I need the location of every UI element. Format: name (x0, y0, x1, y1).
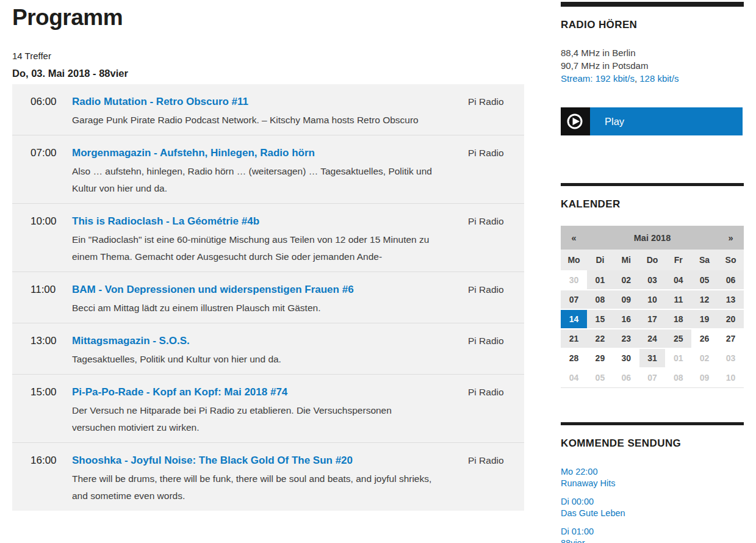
calendar-day[interactable]: 11 (665, 290, 691, 309)
calendar-day[interactable]: 19 (691, 309, 718, 329)
calendar-day[interactable]: 23 (613, 329, 639, 348)
entry-time: 13:00 (31, 334, 72, 368)
stream-link-192[interactable]: Stream: 192 kbit/s (561, 73, 635, 84)
entry-time: 16:00 (31, 453, 72, 505)
entry-body: Morgenmagazin - Aufstehn, Hinlegen, Radi… (72, 146, 433, 197)
entry-time: 07:00 (31, 146, 72, 197)
calendar-day[interactable]: 21 (561, 329, 587, 348)
calendar-week-row: 04050607080910 (561, 368, 744, 387)
entry-title-link[interactable]: Morgenmagazin - Aufstehn, Hinlegen, Radi… (72, 146, 315, 160)
calendar-day[interactable]: 18 (665, 309, 691, 329)
section-divider (561, 183, 744, 186)
calendar-day[interactable]: 10 (639, 290, 666, 309)
calendar-day[interactable]: 28 (561, 348, 587, 368)
calendar-day: 10 (718, 368, 744, 387)
calendar-day[interactable]: 27 (718, 329, 744, 348)
calendar-next-button[interactable]: » (718, 226, 744, 250)
entry-time: 10:00 (31, 214, 72, 265)
entry-title-link[interactable]: Pi-Pa-Po-Rade - Kopf an Kopf: Mai 2018 #… (72, 385, 287, 400)
sidebar-top-divider (561, 2, 744, 7)
upcoming-heading: KOMMENDE SENDUNG (561, 437, 744, 450)
entry-body: Shooshka - Joyful Noise: The Black Gold … (72, 453, 433, 505)
entry-description: Garage Punk Pirate Radio Podcast Network… (72, 112, 433, 129)
calendar-day[interactable]: 15 (587, 309, 613, 329)
calendar-day-name: Di (587, 250, 613, 270)
entry-title-link[interactable]: Radio Mutation - Retro Obscuro #11 (72, 95, 248, 109)
calendar-table: « Mai 2018 » MoDiMiDoFrSaSo 300102030405… (561, 226, 744, 388)
calendar-day-name: Mi (613, 250, 639, 270)
upcoming-show-link[interactable]: Di 00:00Das Gute Leben (561, 497, 744, 519)
calendar-nav-row: « Mai 2018 » (561, 226, 744, 250)
entry-title-link[interactable]: Mittagsmagazin - S.O.S. (72, 334, 190, 348)
program-entry: 06:00Radio Mutation - Retro Obscuro #11G… (12, 84, 524, 135)
program-entry: 16:00Shooshka - Joyful Noise: The Black … (12, 443, 524, 511)
entry-station: Pi Radio (468, 334, 506, 368)
entry-body: This is Radioclash - La Géométrie #4bEin… (72, 214, 433, 265)
calendar-day: 07 (639, 368, 666, 387)
play-button[interactable]: Play (561, 107, 743, 135)
calendar-day-name: So (718, 250, 744, 270)
calendar-prev-button[interactable]: « (561, 226, 587, 250)
calendar-day[interactable]: 02 (613, 270, 639, 290)
frequency-potsdam: 90,7 MHz in Potsdam (561, 59, 744, 72)
calendar-section: KALENDER « Mai 2018 » MoDiMiDoFrSaSo 300… (561, 198, 744, 388)
program-entry: 07:00Morgenmagazin - Aufstehn, Hinlegen,… (12, 135, 524, 204)
calendar-day[interactable]: 20 (718, 309, 744, 329)
entry-description: Tagesaktuelles, Politik und Kultur von h… (72, 351, 433, 368)
entry-description: Der Versuch ne Hitparade bei Pi Radio zu… (72, 402, 433, 436)
radio-listen-section: RADIO HÖREN 88,4 MHz in Berlin 90,7 MHz … (561, 19, 744, 135)
entry-description: Ein "Radioclash" ist eine 60-minütige Mi… (72, 231, 433, 265)
calendar-week-row: 07080910111213 (561, 290, 744, 309)
radio-listen-heading: RADIO HÖREN (561, 19, 744, 31)
calendar-day[interactable]: 05 (691, 270, 718, 290)
calendar-day-name: Do (639, 250, 666, 270)
stream-separator: , (635, 73, 639, 84)
calendar-day[interactable]: 24 (639, 329, 666, 348)
calendar-heading: KALENDER (561, 198, 744, 210)
calendar-day[interactable]: 22 (587, 329, 613, 348)
frequency-list: 88,4 MHz in Berlin 90,7 MHz in Potsdam S… (561, 46, 744, 85)
calendar-day[interactable]: 13 (718, 290, 744, 309)
upcoming-show-link[interactable]: Mo 22:00Runaway Hits (561, 467, 744, 489)
stream-link-128[interactable]: 128 kbit/s (639, 73, 679, 84)
entry-time: 15:00 (31, 385, 72, 436)
calendar-day: 05 (587, 368, 613, 387)
calendar-day[interactable]: 07 (561, 290, 587, 309)
results-count: 14 Treffer (12, 51, 524, 61)
calendar-day[interactable]: 29 (587, 348, 613, 368)
calendar-day[interactable]: 06 (718, 270, 744, 290)
date-heading: Do, 03. Mai 2018 - 88vier (12, 68, 524, 79)
entry-description: Also … aufstehn, hinlegen, Radio hörn … … (72, 163, 433, 197)
calendar-day[interactable]: 17 (639, 309, 666, 329)
calendar-day[interactable]: 04 (665, 270, 691, 290)
sidebar: RADIO HÖREN 88,4 MHz in Berlin 90,7 MHz … (561, 0, 744, 543)
stream-line: Stream: 192 kbit/s, 128 kbit/s (561, 72, 744, 85)
calendar-day[interactable]: 26 (691, 329, 718, 348)
entry-station: Pi Radio (468, 214, 506, 265)
calendar-week-row: 14151617181920 (561, 309, 744, 329)
entry-title-link[interactable]: Shooshka - Joyful Noise: The Black Gold … (72, 453, 353, 468)
calendar-day[interactable]: 01 (587, 270, 613, 290)
entry-body: BAM - Von Depressionen und widerspenstig… (72, 282, 433, 317)
calendar-day[interactable]: 14 (561, 309, 587, 329)
calendar-day[interactable]: 25 (665, 329, 691, 348)
calendar-day[interactable]: 08 (587, 290, 613, 309)
calendar-day: 30 (561, 270, 587, 290)
calendar-day: 04 (561, 368, 587, 387)
upcoming-show-link[interactable]: Di 01:0088vier (561, 527, 744, 543)
calendar-day-name: Fr (665, 250, 691, 270)
program-entry: 13:00Mittagsmagazin - S.O.S.Tagesaktuell… (12, 323, 524, 375)
calendar-day[interactable]: 09 (613, 290, 639, 309)
calendar-day[interactable]: 30 (613, 348, 639, 368)
calendar-day[interactable]: 12 (691, 290, 718, 309)
calendar-day[interactable]: 03 (639, 270, 666, 290)
entry-body: Mittagsmagazin - S.O.S.Tagesaktuelles, P… (72, 334, 433, 368)
entry-title-link[interactable]: BAM - Von Depressionen und widerspenstig… (72, 282, 354, 297)
calendar-day[interactable]: 16 (613, 309, 639, 329)
calendar-day[interactable]: 31 (639, 348, 666, 368)
program-entry: 11:00BAM - Von Depressionen und widerspe… (12, 272, 524, 323)
entry-station: Pi Radio (468, 453, 506, 505)
program-entry: 10:00This is Radioclash - La Géométrie #… (12, 204, 524, 272)
calendar-day: 06 (613, 368, 639, 387)
entry-title-link[interactable]: This is Radioclash - La Géométrie #4b (72, 214, 259, 229)
